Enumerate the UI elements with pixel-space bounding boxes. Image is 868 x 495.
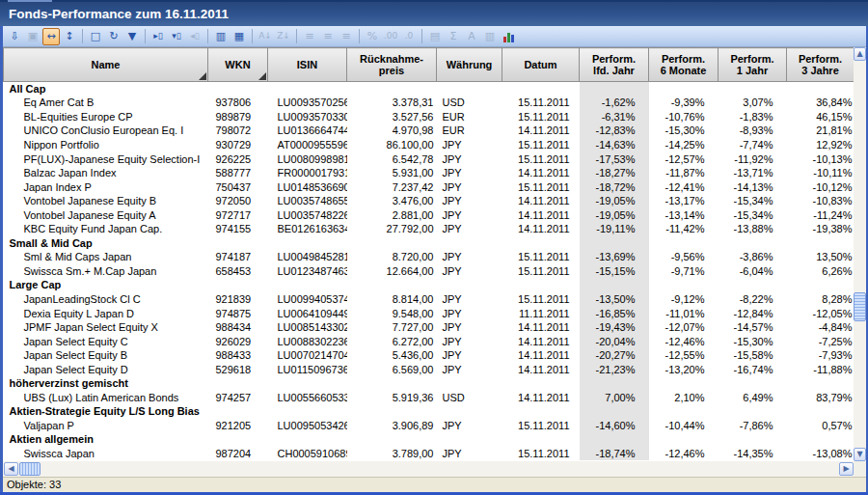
scroll-up-button[interactable]: ▲: [854, 47, 866, 61]
table-row[interactable]: Sml & Mid Caps Japan974187LU00498452818.…: [4, 250, 854, 264]
scrollbar-corner: [854, 461, 866, 477]
align-center-icon[interactable]: ≡: [319, 28, 337, 45]
copy-icon[interactable]: ▣: [24, 28, 41, 45]
table-row[interactable]: Japan Select Equity C926029LU00883022366…: [4, 334, 854, 348]
table-row[interactable]: JapanLeadingStock Cl C921839LU0099405374…: [4, 292, 854, 307]
cell-p_3y: [787, 236, 854, 251]
table-row[interactable]: Japan Select Equity B988433LU00702147045…: [4, 348, 854, 363]
cell-p_3y: [787, 278, 854, 292]
new-view-icon[interactable]: □: [87, 28, 104, 45]
table-row[interactable]: Japan Select Equity D529618LU01150967366…: [4, 362, 854, 376]
table-row[interactable]: Eq Amer Cat B937806LU00935702563.378,31U…: [4, 96, 854, 110]
cell-wkn: 926225: [208, 151, 268, 166]
column-header-price[interactable]: Rücknahme- preis: [347, 48, 437, 82]
table-group-row[interactable]: Large Cap: [4, 278, 854, 292]
cell-name: JPMF Japan Select Equity X: [4, 320, 208, 335]
remove-decimal-icon[interactable]: .0: [400, 28, 418, 45]
table-row[interactable]: Swissca Japan987204CH00059106893.789,00J…: [4, 447, 854, 461]
table-row[interactable]: Dexia Equity L Japan D974875LU0064109449…: [4, 306, 854, 320]
table-row[interactable]: UBS (Lux) Latin American Bonds974257LU00…: [4, 391, 854, 405]
column-header-isin[interactable]: ISIN: [268, 48, 347, 82]
table-row[interactable]: Balzac Japan Index588777FR00000179315.93…: [4, 166, 854, 180]
table-group-row[interactable]: Aktien allgemein: [4, 432, 854, 447]
horizontal-scrollbar[interactable]: ◀ ▶: [3, 461, 854, 477]
column-select-icon[interactable]: ▦: [231, 28, 248, 45]
horizontal-scrollbar-thumb[interactable]: [19, 462, 41, 476]
column-header-wkn[interactable]: WKN: [208, 48, 268, 82]
cell-p_1y: [719, 404, 787, 419]
align-right-icon[interactable]: ≡: [338, 28, 355, 45]
table-group-row[interactable]: Aktien-Strategie Equity L/S Long Bias: [4, 404, 854, 419]
cell-isin: LU0035748655: [268, 194, 347, 208]
table-group-row[interactable]: höherverzinst gemischt: [4, 376, 854, 391]
export-icon[interactable]: ⇩: [6, 28, 23, 45]
vertical-scrollbar-thumb[interactable]: [854, 292, 866, 321]
sort-descending-icon[interactable]: Z↓: [275, 28, 292, 45]
cell-price: 3.476,00: [347, 194, 437, 208]
cell-price: 3.527,56: [347, 110, 437, 124]
refresh-icon[interactable]: ↻: [105, 28, 122, 45]
cell-p_6m: -12,57%: [649, 151, 719, 166]
cell-date: 14.11.2011: [502, 222, 580, 236]
percent-format-icon[interactable]: %: [364, 28, 381, 45]
remove-column-icon[interactable]: ◂▯: [186, 28, 203, 45]
chart-settings-icon[interactable]: ▥: [481, 28, 499, 45]
cell-wkn: 987204: [208, 447, 268, 461]
cell-p_1y: -11,92%: [719, 151, 787, 166]
insert-column-down-icon[interactable]: ▾▯: [168, 28, 185, 45]
sum-icon[interactable]: Σ: [445, 28, 462, 45]
column-header-p_3y[interactable]: Perform. 3 Jahre: [787, 48, 854, 82]
scroll-right-button[interactable]: ▶: [839, 462, 854, 476]
column-header-date[interactable]: Datum: [502, 48, 580, 82]
table-row[interactable]: Vontobel Japanese Equity A972717LU003574…: [4, 207, 854, 222]
window-titlebar[interactable]: Fonds-Performance zum 16.11.2011: [0, 2, 868, 26]
filter-icon[interactable]: ▼: [123, 28, 141, 45]
table-group-row[interactable]: Small & Mid Cap: [4, 236, 854, 251]
cell-p_1y: -14,57%: [719, 320, 787, 335]
scroll-left-button[interactable]: ◀: [4, 462, 18, 476]
column-header-currency[interactable]: Währung: [437, 48, 502, 82]
table-row[interactable]: Vontobel Japanese Equity B972050LU003574…: [4, 194, 854, 208]
table-row[interactable]: JPMF Japan Select Equity X988434LU008514…: [4, 320, 854, 335]
sort-ascending-icon[interactable]: A↓: [257, 28, 274, 45]
column-header-p_1y[interactable]: Perform. 1 Jahr: [719, 48, 787, 82]
cell-wkn: 988434: [208, 320, 268, 335]
insert-column-right-icon[interactable]: ▸▯: [149, 28, 167, 45]
cell-p_6m: -12,07%: [649, 320, 719, 335]
cell-name: UNICO ConClusio European Eq. I: [4, 124, 208, 138]
cell-currency: JPY: [437, 419, 502, 433]
column-header-name[interactable]: Name: [4, 48, 208, 82]
add-decimal-icon[interactable]: .00: [382, 28, 399, 45]
cell-p_ytd: [580, 404, 649, 419]
toolbar-separator: [359, 29, 360, 43]
table-row[interactable]: Japan Index P750437LU01485366907.237,42J…: [4, 179, 854, 194]
table-row[interactable]: UNICO ConClusio European Eq. I798072LU01…: [4, 124, 854, 138]
column-header-p_6m[interactable]: Perform. 6 Monate: [649, 48, 719, 82]
cell-p_6m: -15,30%: [649, 124, 719, 138]
column-format-icon[interactable]: ▤: [426, 28, 444, 45]
table-row[interactable]: Nippon Portfolio930729AT000095559686.100…: [4, 138, 854, 152]
cell-price: 27.792,00: [347, 222, 437, 236]
cell-p_1y: -13,71%: [719, 166, 787, 180]
bar-chart-icon[interactable]: [500, 28, 517, 45]
column-stats-icon[interactable]: ▥: [212, 28, 230, 45]
table-row[interactable]: Valjapan P921205LU00950534263.906,89JPY1…: [4, 419, 854, 433]
table-row[interactable]: KBC Equity Fund Japan Cap.974155BE012616…: [4, 222, 854, 236]
cell-isin: LU0123487463: [268, 264, 347, 279]
scroll-down-button[interactable]: ▼: [854, 448, 866, 461]
table-row[interactable]: PF(LUX)-Japanese Equity Selection-I92622…: [4, 151, 854, 166]
fit-height-icon[interactable]: ↕: [61, 28, 78, 45]
table-group-row[interactable]: All Cap: [4, 82, 854, 96]
column-header-p_ytd[interactable]: Perform. lfd. Jahr: [580, 48, 649, 82]
cell-currency: EUR: [437, 124, 502, 138]
font-icon[interactable]: A: [463, 28, 480, 45]
vertical-scrollbar[interactable]: ▲ ▼: [854, 47, 866, 461]
cell-p_ytd: [580, 278, 649, 292]
cell-name: BL-Equities Europe CP: [4, 110, 208, 124]
table-row[interactable]: Swissca Sm.+ M.Cap Japan658453LU01234874…: [4, 264, 854, 279]
align-left-icon[interactable]: ≡: [301, 28, 318, 45]
cell-p_6m: -10,76%: [649, 110, 719, 124]
fit-width-icon[interactable]: ↔: [42, 28, 60, 45]
table-header-row: NameWKNISINRücknahme- preisWährungDatumP…: [4, 48, 854, 82]
table-row[interactable]: BL-Equities Europe CP989879LU00935703303…: [4, 110, 854, 124]
